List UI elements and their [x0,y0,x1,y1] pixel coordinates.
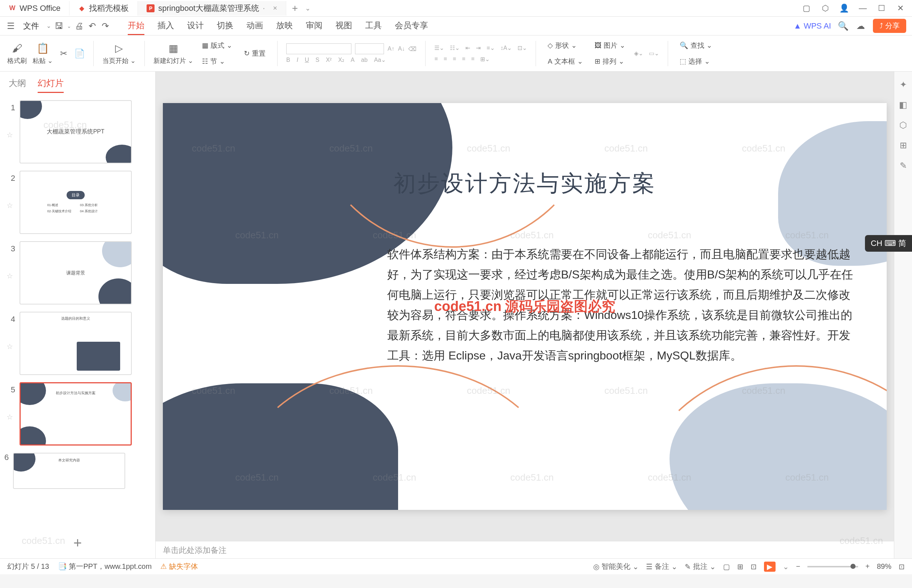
tab-insert[interactable]: 插入 [157,17,174,35]
cloud-icon[interactable]: ☁ [855,21,866,31]
tool-material-icon[interactable]: ⬡ [897,120,909,131]
align-justify-icon[interactable]: ≡ [462,56,465,62]
zoom-level[interactable]: 89% [877,562,891,571]
underline-icon[interactable]: U [305,57,309,63]
tool-ai-icon[interactable]: ✦ [897,79,909,90]
picture-button[interactable]: 🖼 图片 ⌄ [592,39,628,52]
save-dropdown[interactable]: ⌄ [67,23,71,29]
copy-icon[interactable]: 📄 [75,48,85,58]
tab-slideshow[interactable]: 放映 [276,17,293,35]
thumbnail-1[interactable]: 大棚蔬菜管理系统PPT [19,100,132,163]
tab-dropdown[interactable]: ⌄ [305,4,311,12]
avatar-icon[interactable]: 👤 [840,4,848,13]
reading-view-icon[interactable]: ⊡ [751,562,757,571]
slideshow-button[interactable]: ▶ [764,562,776,572]
tab-tools[interactable]: 工具 [365,17,382,35]
paste-button[interactable]: 📋 粘贴 ⌄ [32,42,53,65]
line-spacing-icon[interactable]: ≡⌄ [486,44,494,51]
strike-icon[interactable]: S [316,57,319,63]
text-direction-icon[interactable]: ↕A⌄ [501,44,512,51]
zoom-out-icon[interactable]: − [796,562,800,571]
zoom-in-icon[interactable]: + [865,562,870,571]
shape-fill-icon[interactable]: ◈⌄ [634,50,643,57]
print-icon[interactable]: 🖨 [74,21,84,31]
tool-layout-icon[interactable]: ✎ [897,160,909,171]
missing-font-warning[interactable]: ⚠ 缺失字体 [160,562,198,571]
maximize-icon[interactable]: ☐ [877,4,886,13]
wps-ai-button[interactable]: ▲ WPS AI [794,21,831,31]
thumbnail-6[interactable]: 本文研究内容 [13,453,125,489]
template-source[interactable]: 📑 第一PPT，www.1ppt.com [58,562,152,571]
shape-outline-icon[interactable]: ▭⌄ [649,50,659,57]
tab-template[interactable]: ◆ 找稻壳模板 [70,1,138,16]
thumbnail-2[interactable]: 目录01·概述03·系统分析02·关键技术介绍04·系统设计 [19,171,132,234]
select-button[interactable]: ⬚ 选择 ⌄ [677,55,715,68]
section-button[interactable]: ☷ 节 ⌄ [199,55,235,68]
align-left-icon[interactable]: ≡ [434,56,437,62]
tool-style-icon[interactable]: ◧ [897,99,909,111]
zoom-slider[interactable] [807,566,858,567]
menu-icon[interactable]: ☰ [6,21,16,31]
tab-document[interactable]: P springboot大棚蔬菜管理系统 · × [138,1,286,16]
arrange-button[interactable]: ⊞ 排列 ⌄ [592,55,628,68]
window-layout-icon[interactable]: ▢ [802,4,811,13]
fit-view-icon[interactable]: ⊡ [899,562,905,571]
thumbnail-5[interactable]: 初步设计方法与实施方案 [19,382,132,446]
star-icon[interactable]: ☆ [6,201,13,210]
save-icon[interactable]: 🖫 [54,21,64,31]
tab-view[interactable]: 视图 [335,17,352,35]
align-center-icon[interactable]: ≡ [444,56,447,62]
undo-icon[interactable]: ↶ [87,21,97,31]
cube-icon[interactable]: ⬡ [821,4,829,13]
thumbnail-4[interactable]: 选题的目的和意义 [19,312,132,375]
star-icon[interactable]: ☆ [6,342,13,351]
tab-transition[interactable]: 切换 [217,17,233,35]
align-right-icon[interactable]: ≡ [453,56,456,62]
slide-title[interactable]: 初步设计方法与实施方案 [394,168,656,199]
bold-icon[interactable]: B [286,57,290,63]
close-icon[interactable]: × [273,4,277,12]
decrease-indent-icon[interactable]: ⇤ [465,44,470,51]
tab-animation[interactable]: 动画 [246,17,263,35]
new-slide-button[interactable]: ▦ 新建幻灯片 ⌄ [154,42,193,65]
columns-icon[interactable]: ⊞⌄ [480,56,490,63]
tab-start[interactable]: 开始 [128,17,144,35]
redo-icon[interactable]: ↷ [100,21,110,31]
add-slide-button[interactable]: + [0,528,155,558]
tab-design[interactable]: 设计 [187,17,204,35]
slide-body-text[interactable]: 软件体系结构方案：由于本系统需要在不同设备上都能运行，而且电脑配置要求也要越低越… [387,244,858,366]
notes-pane[interactable]: 单击此处添加备注 [156,541,894,558]
format-brush-button[interactable]: 🖌 格式刷 [7,42,27,65]
slideshow-dropdown[interactable]: ⌄ [783,562,789,571]
outline-tab[interactable]: 大纲 [9,78,26,93]
normal-view-icon[interactable]: ▢ [723,562,730,571]
ime-indicator[interactable]: CH ⌨ 简 [865,235,912,252]
increase-indent-icon[interactable]: ⇥ [476,44,481,51]
italic-icon[interactable]: I [297,57,298,63]
change-case-icon[interactable]: Aa⌄ [374,57,386,63]
tab-review[interactable]: 审阅 [306,17,322,35]
tab-member[interactable]: 会员专享 [395,17,428,35]
tool-animation-icon[interactable]: ⊞ [897,140,909,151]
file-menu[interactable]: 文件 [19,21,44,31]
bullets-icon[interactable]: ☰⌄ [434,44,444,51]
font-size-select[interactable] [355,44,384,54]
cut-icon[interactable]: ✂ [58,48,69,58]
thumbnail-3[interactable]: 课题背景 [19,241,132,304]
increase-font-icon[interactable]: A↑ [387,45,394,52]
distribute-icon[interactable]: ≡ [471,56,475,62]
reset-button[interactable]: ↻ 重置 [241,47,269,60]
search-icon[interactable]: 🔍 [838,21,848,31]
slide-canvas[interactable]: 初步设计方法与实施方案 软件体系结构方案：由于本系统需要在不同设备上都能运行，而… [163,103,887,510]
review-toggle[interactable]: ✎ 批注 ⌄ [685,562,716,571]
subscript-icon[interactable]: X₂ [338,57,344,63]
font-color-icon[interactable]: A [351,57,355,63]
align-text-icon[interactable]: ⊡⌄ [518,44,527,51]
numbering-icon[interactable]: ☷⌄ [450,44,460,51]
notes-toggle[interactable]: ☰ 备注 ⌄ [646,562,677,571]
minimize-icon[interactable]: — [859,4,867,13]
share-button[interactable]: ⤴ 分享 [873,19,906,33]
font-select[interactable] [286,44,352,54]
new-tab-button[interactable]: + [286,3,304,14]
slides-tab[interactable]: 幻灯片 [38,78,64,93]
